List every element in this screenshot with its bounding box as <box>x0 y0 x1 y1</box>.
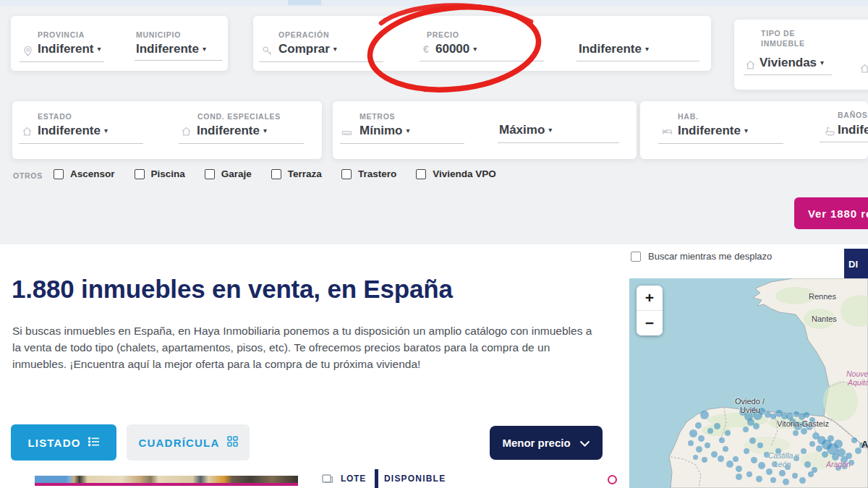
card-location-filters: PROVINCIA Indiferent▾ MUNICIPIO Indifere… <box>11 16 228 71</box>
search-on-move-control[interactable]: Buscar mientras me desplazo <box>631 251 772 262</box>
sort-dropdown-button[interactable]: Menor precio <box>490 426 603 460</box>
municipio-label: MUNICIPIO <box>136 30 181 39</box>
metros-min-dropdown[interactable]: Mínimo▾ <box>359 124 410 138</box>
otros-label: OTROS <box>13 171 43 180</box>
tipo-dropdown[interactable]: Viviendas▾ <box>760 56 824 70</box>
map-label: Aquitai <box>848 378 868 387</box>
municipio-dropdown[interactable]: Indiferente▾ <box>136 42 206 56</box>
estado-underline <box>19 143 143 144</box>
page-description: Si buscas inmuebles en España, en Haya I… <box>12 322 602 372</box>
checkbox-box[interactable] <box>135 169 145 179</box>
checkbox-box[interactable] <box>416 169 426 179</box>
hab-dropdown[interactable]: Indiferente▾ <box>678 124 748 138</box>
checkbox-box[interactable] <box>205 169 215 179</box>
checkbox-box[interactable] <box>341 169 352 179</box>
metros-max-underline <box>498 142 619 143</box>
chevron-down-icon: ▾ <box>645 45 649 53</box>
precio-underline <box>420 61 544 61</box>
draw-zone-button[interactable]: DI <box>844 249 868 279</box>
euro-icon: € <box>423 43 429 55</box>
pin-icon <box>22 46 33 56</box>
bath-icon <box>825 126 835 137</box>
hab-label: HAB. <box>678 112 699 121</box>
checkbox-piscina[interactable]: Piscina <box>135 168 185 179</box>
chevron-down-icon: ▾ <box>744 127 748 134</box>
card-tag-lote: LOTE <box>341 474 366 484</box>
chevron-down-icon: ▾ <box>97 45 101 53</box>
operacion-label: OPERACIÓN <box>278 30 329 39</box>
tag-divider <box>375 469 378 488</box>
page-title: 1.880 inmuebles en venta, en España <box>12 275 453 304</box>
banos-dropdown[interactable]: Indife <box>838 123 868 137</box>
map-label: Nouvel <box>846 369 868 378</box>
haya-search-page: { "filters": { "provincia": {"label":"PR… <box>0 0 868 488</box>
provincia-underline <box>20 61 104 62</box>
map-label: Oviedo / <box>735 397 765 406</box>
checkbox-garaje[interactable]: Garaje <box>205 168 252 179</box>
tipo-label-line1: TIPO DE <box>761 29 795 38</box>
card-tag-disponible: DISPONIBLE <box>384 474 446 484</box>
metros-label: METROS <box>359 112 395 121</box>
checkbox-terraza[interactable]: Terraza <box>271 168 322 179</box>
card-property-type: TIPO DE INMUEBLE Viviendas▾ <box>734 20 868 90</box>
checkbox-box[interactable] <box>271 169 281 179</box>
card-operation-price: OPERACIÓN Comprar▾ PRECIO € 60000▾ Indif… <box>253 16 711 71</box>
map-label: Nantes <box>812 314 837 323</box>
house-icon <box>745 59 756 70</box>
favorite-icon[interactable] <box>608 475 617 484</box>
house-icon <box>22 126 33 137</box>
banos-underline <box>820 142 868 142</box>
otros-checkbox-row: Ascensor Piscina Garaje Terraza Trastero… <box>54 168 496 179</box>
map-label: Uviéu <box>740 406 760 414</box>
chevron-down-icon: ▾ <box>263 127 267 134</box>
map-label: A <box>861 439 868 450</box>
zoom-in-button[interactable]: + <box>637 286 663 310</box>
checkbox-box[interactable] <box>631 252 641 262</box>
ver-resultados-button[interactable]: Ver 1880 re <box>794 197 868 229</box>
house-icon <box>859 63 868 74</box>
operacion-dropdown[interactable]: Comprar▾ <box>278 42 337 56</box>
listado-view-button[interactable]: LISTADO <box>11 424 116 461</box>
cuadricula-view-button[interactable]: CUADRÍCULA <box>127 424 250 461</box>
operacion-underline <box>259 61 383 62</box>
list-icon <box>88 437 100 449</box>
precio-label: PRECIO <box>427 30 459 39</box>
map-zoom-control: + − <box>637 286 663 335</box>
grid-icon <box>227 436 238 449</box>
hab-underline <box>658 143 783 144</box>
cond-label: COND. ESPECIALES <box>197 112 281 121</box>
checkbox-box[interactable] <box>54 169 64 179</box>
precio-max-dropdown[interactable]: Indiferente▾ <box>579 42 649 56</box>
checkbox-trastero[interactable]: Trastero <box>341 168 396 179</box>
lot-icon <box>321 473 333 485</box>
metros-max-dropdown[interactable]: Máximo▾ <box>499 123 552 137</box>
map-label: León <box>774 460 791 468</box>
chevron-down-icon: ▾ <box>203 45 206 53</box>
top-tab-fragment <box>288 0 321 5</box>
chevron-down-icon: ▾ <box>104 127 108 134</box>
estado-dropdown[interactable]: Indiferente▾ <box>38 124 108 138</box>
card-rooms-baths: HAB. Indiferente▾ BAÑOS Indife <box>640 101 868 159</box>
map-label-layer: RennesNantesNouvelAquitaiOviedo /UviéuVi… <box>629 278 868 488</box>
cond-especiales-dropdown[interactable]: Indiferente▾ <box>197 124 267 138</box>
chevron-down-icon: ▾ <box>473 45 477 53</box>
map-label: Aragón <box>826 460 851 468</box>
checkbox-vivienda-vpo[interactable]: Vivienda VPO <box>416 168 496 179</box>
property-photo[interactable] <box>35 476 298 483</box>
chevron-down-icon: ▾ <box>407 127 410 134</box>
map-label: Vitoria-Gasteiz <box>777 419 829 428</box>
precio-max-underline <box>576 61 699 61</box>
tipo-label-line2: INMUEBLE <box>761 39 805 48</box>
precio-dropdown[interactable]: 60000▾ <box>435 42 477 56</box>
provincia-label: PROVINCIA <box>38 30 85 39</box>
provincia-dropdown[interactable]: Indiferent▾ <box>38 42 101 56</box>
map-canvas[interactable]: RennesNantesNouvelAquitaiOviedo /UviéuVi… <box>629 278 868 488</box>
zoom-out-button[interactable]: − <box>637 311 663 335</box>
photo-ribbon <box>35 483 298 486</box>
ruler-icon <box>341 127 352 138</box>
key-icon <box>262 46 273 56</box>
checkbox-ascensor[interactable]: Ascensor <box>54 168 115 179</box>
tipo-underline <box>744 74 832 75</box>
banos-label: BAÑOS <box>838 111 868 119</box>
bed-icon <box>662 126 673 137</box>
